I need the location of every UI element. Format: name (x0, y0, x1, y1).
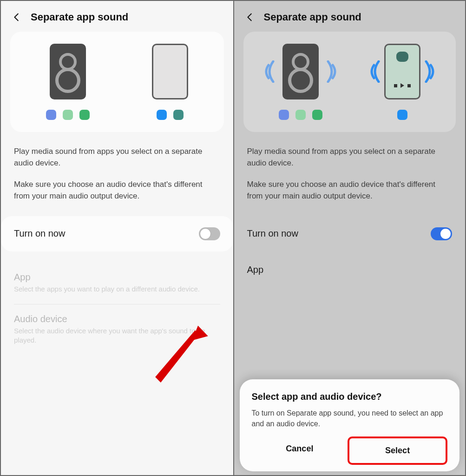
phone-dots (157, 110, 184, 120)
description: Play media sound from apps you select on… (234, 140, 466, 216)
cancel-button[interactable]: Cancel (252, 436, 348, 465)
turn-on-toggle[interactable] (199, 227, 220, 240)
dialog-actions: Cancel Select (252, 436, 448, 465)
header: Separate app sound (234, 1, 466, 32)
illustration-card (243, 32, 456, 132)
description-p2: Make sure you choose an audio device tha… (14, 179, 220, 202)
speaker-dots (46, 110, 90, 120)
dot-icon (63, 110, 73, 120)
app-sublabel: Select the apps you want to play on a di… (14, 284, 220, 294)
turn-on-label: Turn on now (14, 228, 65, 239)
description-p2: Make sure you choose an audio device tha… (247, 179, 453, 202)
audio-device-label: Audio device (14, 314, 220, 324)
illustration-speaker (279, 44, 322, 120)
back-button[interactable] (11, 12, 22, 23)
speaker-dots (279, 110, 322, 120)
dot-icon (279, 110, 289, 120)
dot-icon (157, 110, 167, 120)
screen-right: Separate app sound (233, 1, 466, 475)
chevron-left-icon (12, 12, 22, 22)
description: Play media sound from apps you select on… (1, 140, 233, 216)
select-button[interactable]: Select (348, 436, 447, 465)
dot-icon (173, 110, 184, 120)
dot-icon (295, 110, 306, 120)
chevron-left-icon (245, 12, 255, 22)
illustration-speaker (46, 44, 90, 120)
dot-icon (312, 110, 322, 120)
header: Separate app sound (1, 1, 233, 32)
app-row: App Select the apps you want to play on … (1, 263, 233, 304)
turn-on-label: Turn on now (247, 228, 298, 239)
illustration-phone (152, 44, 188, 120)
app-label: App (14, 272, 220, 283)
dialog-body: To turn on Separate app sound, you need … (252, 408, 448, 429)
illustration-phone (384, 44, 420, 120)
speaker-icon (282, 44, 319, 99)
phone-playing-icon (384, 44, 420, 99)
turn-on-toggle[interactable] (431, 227, 452, 240)
audio-device-sublabel: Select the audio device where you want t… (14, 326, 220, 345)
page-title: Separate app sound (31, 11, 128, 23)
app-label: App (247, 264, 264, 275)
dialog-select-app: Select app and audio device? To turn on … (240, 379, 460, 471)
description-p1: Play media sound from apps you select on… (14, 146, 220, 169)
phone-icon (152, 44, 188, 99)
app-row[interactable]: App (234, 251, 466, 275)
speaker-icon (50, 44, 86, 99)
phone-dots (397, 110, 407, 120)
illustration-card (10, 32, 224, 132)
page-title: Separate app sound (264, 11, 361, 23)
screen-left: Separate app sound (1, 1, 233, 475)
back-button[interactable] (244, 12, 256, 23)
turn-on-row[interactable]: Turn on now (1, 216, 233, 251)
description-p1: Play media sound from apps you select on… (247, 146, 453, 169)
dot-icon (46, 110, 56, 120)
dot-icon (79, 110, 90, 120)
dot-icon (397, 110, 407, 120)
turn-on-row[interactable]: Turn on now (234, 216, 466, 251)
dialog-title: Select app and audio device? (252, 391, 448, 402)
audio-device-row: Audio device Select the audio device whe… (1, 304, 233, 356)
